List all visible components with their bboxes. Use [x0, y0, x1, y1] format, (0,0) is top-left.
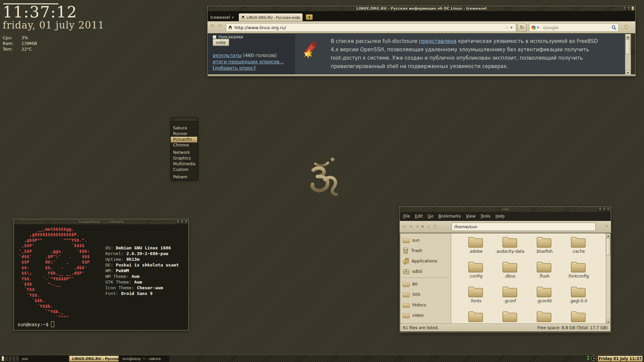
- folder-item[interactable]: .dbus: [493, 260, 527, 285]
- browser-scrollbar[interactable]: ▲ ▼: [625, 34, 631, 75]
- past-polls-link[interactable]: итоги прошедших опросов...: [213, 59, 284, 64]
- forward-icon[interactable]: »: [416, 223, 420, 231]
- search-icon[interactable]: [611, 25, 616, 30]
- browser-titlebar[interactable]: LINUX.ORG.RU - Русская информация об ОС …: [208, 6, 635, 11]
- url-dropdown-icon[interactable]: ▼: [511, 26, 513, 29]
- workspace-3[interactable]: [9, 356, 12, 361]
- back-button[interactable]: «: [210, 22, 215, 31]
- history-dropdown-icon[interactable]: ▼: [422, 225, 424, 228]
- back-icon[interactable]: «: [409, 223, 413, 231]
- path-input[interactable]: /home/sun: [451, 223, 596, 231]
- search-engine-dropdown-icon[interactable]: ▼: [537, 26, 539, 29]
- search-box[interactable]: ▼ Google: [529, 23, 619, 32]
- sidebar-item-sdb5[interactable]: sdb5: [400, 266, 451, 277]
- fm-close-button[interactable]: [607, 207, 610, 212]
- terminal-iconify-button[interactable]: [176, 220, 179, 224]
- fm-maximize-button[interactable]: [603, 207, 606, 212]
- news-link[interactable]: представлена: [419, 38, 457, 44]
- home-icon[interactable]: ⌂: [433, 223, 437, 231]
- terminal-close-button[interactable]: [184, 220, 187, 224]
- sidebar-item-80[interactable]: 80: [400, 279, 451, 289]
- fm-titlebar[interactable]: sun: [400, 207, 611, 212]
- scrollbar-thumb[interactable]: [626, 40, 631, 54]
- folder-item[interactable]: [459, 310, 493, 324]
- taskbar-clock[interactable]: Friday 01 July 11:37: [598, 356, 643, 362]
- menu-edit[interactable]: Edit: [415, 214, 423, 219]
- menu-item-sakura[interactable]: Sakura: [171, 125, 197, 131]
- folder-item[interactable]: .audacity-data: [493, 235, 527, 260]
- folder-item[interactable]: [493, 310, 527, 324]
- tray-app-icon[interactable]: a: [591, 356, 596, 361]
- go-jump-icon[interactable]: »: [603, 225, 610, 228]
- menu-item-runner[interactable]: Runner: [171, 131, 197, 137]
- menu-item-pcmanfm[interactable]: Pcmanfm: [171, 137, 197, 142]
- workspace-2[interactable]: [5, 356, 8, 361]
- menu-item-graphics[interactable]: Graphics·: [171, 156, 197, 161]
- task-browser[interactable]: LINUX.ORG.RU - Русская инфор...: [69, 356, 119, 362]
- menu-item-chrome[interactable]: Chrome: [171, 142, 197, 148]
- sidebar-item-trash[interactable]: Trash: [400, 245, 451, 256]
- workspace-1[interactable]: [1, 356, 4, 361]
- sidebar-item-htdocs[interactable]: htdocs: [400, 300, 451, 310]
- fm-scrollbar[interactable]: ▲ ▼: [606, 233, 610, 324]
- menu-file[interactable]: File: [403, 214, 410, 219]
- folder-item[interactable]: [527, 310, 561, 324]
- browser-navbar: « » http://www.linux.org.ru/ ☆ ▼ ↻ ▼ Goo…: [208, 21, 635, 34]
- folder-item[interactable]: .fonts: [459, 285, 493, 310]
- terminal-titlebar[interactable]: sun@easy: ~ - sakura: [14, 219, 189, 224]
- browser-iconify-button[interactable]: [623, 6, 626, 11]
- sidebar-item-home[interactable]: sun: [400, 235, 451, 245]
- url-bar[interactable]: http://www.linux.org.ru/ ☆ ▼: [226, 23, 516, 32]
- folder-item[interactable]: [561, 310, 595, 324]
- menu-item-pekwm[interactable]: Pekwm·: [171, 174, 197, 180]
- menu-item-multimedia[interactable]: Multimedia·: [171, 161, 197, 167]
- sidebar-item-applications[interactable]: Applications: [400, 256, 451, 266]
- menu-tools[interactable]: Tools: [481, 214, 491, 219]
- folder-item[interactable]: .bluefish: [527, 235, 561, 260]
- tab-linux-org-ru[interactable]: LINUX.ORG.RU - Русская информац...: [238, 13, 303, 21]
- task-fm-sun[interactable]: sun: [19, 356, 68, 362]
- fm-file-view[interactable]: .adobe .audacity-data .bluefish .cache .…: [451, 233, 610, 324]
- fm-iconify-button[interactable]: [599, 207, 602, 212]
- sidebar-item-500[interactable]: 500: [400, 289, 451, 300]
- search-input[interactable]: Google: [543, 25, 611, 30]
- add-poll-link[interactable]: добавить опрос: [214, 65, 254, 71]
- folder-item[interactable]: .gconf: [493, 285, 527, 310]
- new-tab-icon[interactable]: »: [402, 223, 407, 231]
- browser-close-button[interactable]: [631, 6, 634, 11]
- bookmark-star-icon[interactable]: ☆: [505, 25, 509, 30]
- poll-checkbox[interactable]: [213, 35, 216, 39]
- forward-button[interactable]: »: [218, 22, 223, 31]
- folder-item[interactable]: .adobe: [459, 235, 493, 260]
- workspace-4[interactable]: [12, 356, 15, 361]
- menu-help[interactable]: Help: [495, 214, 504, 219]
- folder-item[interactable]: .gegl-0.0: [561, 285, 595, 310]
- sidebar-item-video[interactable]: video: [400, 310, 451, 320]
- terminal-screen[interactable]: __,met$$$$$gg. ,g$$$$$$$$$$$$$$$P. ,g$$P…: [14, 224, 188, 330]
- home-button[interactable]: ⌂: [624, 22, 629, 32]
- folder-item[interactable]: .cache: [561, 235, 595, 260]
- menu-item-network[interactable]: Network·: [171, 150, 197, 156]
- iceweasel-menu-button[interactable]: Iceweasel ▼: [210, 15, 234, 20]
- menu-view[interactable]: View: [466, 214, 475, 219]
- up-icon[interactable]: «: [425, 225, 432, 229]
- menu-titlebar[interactable]: [171, 118, 197, 121]
- poll-results-link[interactable]: результаты: [213, 53, 241, 58]
- folder-item[interactable]: .fontconfig: [561, 260, 595, 285]
- folder-item[interactable]: .flush: [527, 260, 561, 285]
- updates-icon[interactable]: ▼ ▼: [587, 356, 589, 361]
- folder-item[interactable]: .gconfd: [527, 285, 561, 310]
- reload-button[interactable]: ↻: [518, 23, 526, 32]
- scroll-up-icon[interactable]: ▲: [606, 233, 610, 238]
- new-tab-button[interactable]: +: [306, 14, 313, 20]
- terminal-maximize-button[interactable]: [180, 220, 183, 224]
- scroll-up-icon[interactable]: ▲: [625, 34, 631, 39]
- browser-maximize-button[interactable]: [627, 6, 630, 11]
- menu-go[interactable]: Go: [428, 214, 433, 219]
- menu-item-custom[interactable]: Custom·: [171, 167, 197, 173]
- scrollbar-thumb[interactable]: [606, 238, 610, 255]
- vote-button[interactable]: vote: [213, 39, 229, 46]
- menu-bookmarks[interactable]: Bookmarks: [438, 214, 461, 219]
- task-terminal[interactable]: sun@easy: ~ - sakura: [119, 356, 169, 362]
- folder-item[interactable]: .config: [459, 260, 493, 285]
